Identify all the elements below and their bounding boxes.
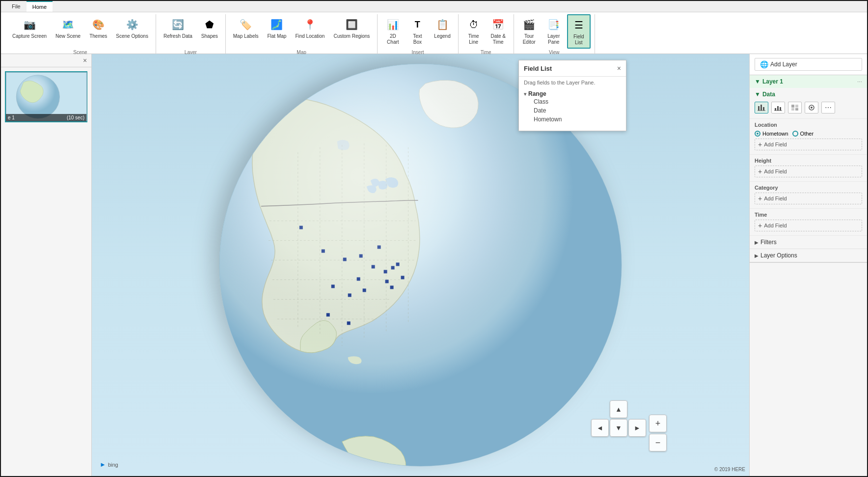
region-viz-button[interactable] xyxy=(788,102,802,113)
svg-rect-5 xyxy=(299,226,303,229)
svg-point-38 xyxy=(811,107,813,109)
region-icon xyxy=(791,104,799,111)
category-add-label: Add Field xyxy=(764,196,787,201)
nav-right-button[interactable]: ► xyxy=(628,419,646,437)
layer-options-header[interactable]: ▶ Layer Options xyxy=(750,249,867,262)
svg-rect-14 xyxy=(385,280,389,283)
2d-chart-icon: 📊 xyxy=(385,17,401,32)
themes-button[interactable]: 🎨 Themes xyxy=(86,14,110,42)
svg-rect-15 xyxy=(390,285,394,289)
add-layer-button[interactable]: 🌐 Add Layer xyxy=(755,58,862,71)
tab-home[interactable]: Home xyxy=(27,1,53,12)
date-time-label: Date &Time xyxy=(490,33,506,45)
more-icon: ⋯ xyxy=(825,104,832,112)
field-group-header[interactable]: ▾ Range xyxy=(524,90,621,97)
refresh-data-label: Refresh Data xyxy=(163,33,192,39)
svg-rect-8 xyxy=(359,254,363,258)
nav-left-button[interactable]: ◄ xyxy=(591,419,609,437)
layer-pane-button[interactable]: 📑 LayerPane xyxy=(542,14,565,48)
layer-1-header[interactable]: ▼ Layer 1 ⋯ xyxy=(750,75,867,88)
time-add-field[interactable]: + Add Field xyxy=(755,220,862,231)
shapes-button[interactable]: ⬟ Shapes xyxy=(198,14,221,42)
bing-logo: ► xyxy=(100,461,106,468)
right-panel-header: 🌐 Add Layer xyxy=(750,54,867,75)
nav-up-button[interactable]: ▲ xyxy=(610,400,627,418)
field-list-close-button[interactable]: × xyxy=(617,64,621,72)
hometown-radio-dot xyxy=(755,131,760,137)
legend-button[interactable]: 📋 Legend xyxy=(431,14,454,42)
circle-icon xyxy=(808,104,815,111)
capture-screen-button[interactable]: 📷 Capture Screen xyxy=(9,14,50,42)
tour-editor-label: TourEditor xyxy=(523,33,536,45)
scene-options-label: Scene Options xyxy=(116,33,148,39)
location-add-field[interactable]: + Add Field xyxy=(755,139,862,150)
time-line-button[interactable]: ⏱ TimeLine xyxy=(462,14,485,48)
svg-rect-33 xyxy=(791,105,794,108)
svg-rect-26 xyxy=(760,105,762,111)
other-radio[interactable]: Other xyxy=(792,131,814,137)
scene-options-button[interactable]: ⚙️ Scene Options xyxy=(112,14,152,42)
bing-label: bing xyxy=(108,462,118,468)
more-viz-button[interactable]: ⋯ xyxy=(821,102,835,113)
map-labels-button[interactable]: 🏷️ Map Labels xyxy=(230,14,262,42)
map-area[interactable]: ► bing © 2019 HERE ▲ ◄ ▼ ► + − xyxy=(92,54,749,476)
filters-header[interactable]: ▶ Filters xyxy=(750,236,867,249)
scene-buttons: 📷 Capture Screen 🗺️ New Scene 🎨 Themes ⚙… xyxy=(9,14,152,49)
field-list-button[interactable]: ☰ FieldList xyxy=(567,14,591,49)
scene-name: e 1 xyxy=(8,115,15,120)
field-list-label: FieldList xyxy=(573,34,584,46)
layer-pane-icon: 📑 xyxy=(546,17,562,32)
tab-file[interactable]: File xyxy=(6,1,27,12)
field-item-hometown[interactable]: Hometown xyxy=(524,115,621,124)
height-add-field[interactable]: + Add Field xyxy=(755,166,862,177)
field-item-class[interactable]: Class xyxy=(524,97,621,106)
new-scene-icon: 🗺️ xyxy=(60,17,76,32)
svg-rect-11 xyxy=(384,270,387,273)
field-item-date[interactable]: Date xyxy=(524,106,621,115)
field-list-icon: ☰ xyxy=(571,17,587,33)
svg-rect-25 xyxy=(758,106,760,111)
svg-rect-17 xyxy=(331,284,335,288)
scene-1-thumbnail[interactable]: e 1 (10 sec) xyxy=(5,71,87,122)
hometown-radio[interactable]: Hometown xyxy=(755,131,788,137)
zoom-out-button[interactable]: − xyxy=(649,434,667,451)
time-plus-icon: + xyxy=(758,222,762,229)
location-add-label: Add Field xyxy=(764,141,787,147)
main-content: × xyxy=(1,54,867,476)
2d-chart-button[interactable]: 📊 2DChart xyxy=(381,14,404,48)
tour-editor-button[interactable]: 🎬 TourEditor xyxy=(518,14,541,48)
nav-down-button[interactable]: ▼ xyxy=(610,419,627,437)
custom-regions-icon: 🔲 xyxy=(344,17,359,32)
column-chart-viz-button[interactable] xyxy=(771,102,785,113)
scene-panel-close[interactable]: × xyxy=(81,56,89,65)
themes-label: Themes xyxy=(89,33,107,39)
svg-rect-21 xyxy=(326,313,330,316)
scene-options-icon: ⚙️ xyxy=(124,17,140,32)
find-location-button[interactable]: 📍 Find Location xyxy=(292,14,328,42)
here-watermark: © 2019 HERE xyxy=(714,467,745,472)
zoom-in-button[interactable]: + xyxy=(649,415,667,432)
new-scene-button[interactable]: 🗺️ New Scene xyxy=(52,14,84,42)
svg-rect-12 xyxy=(391,266,395,269)
bar-chart-viz-button[interactable] xyxy=(755,102,768,113)
2d-chart-label: 2DChart xyxy=(387,33,399,45)
category-add-field[interactable]: + Add Field xyxy=(755,193,862,204)
data-section-toggle: ▼ xyxy=(755,91,760,98)
flat-map-button[interactable]: 🗾 Flat Map xyxy=(264,14,290,42)
nav-middle-row: ◄ ▼ ► xyxy=(591,419,646,437)
column-chart-icon xyxy=(774,104,782,111)
circle-viz-button[interactable] xyxy=(805,102,818,113)
text-box-label: TextBox xyxy=(413,33,422,45)
category-section: Category + Add Field xyxy=(750,182,867,209)
ribbon-group-time: ⏱ TimeLine 📅 Date &Time Time xyxy=(459,14,514,56)
text-box-button[interactable]: T TextBox xyxy=(406,14,429,48)
date-time-button[interactable]: 📅 Date &Time xyxy=(487,14,510,48)
layer-1-toggle-icon: ▼ xyxy=(755,78,760,85)
refresh-data-button[interactable]: 🔄 Refresh Data xyxy=(160,14,196,42)
custom-regions-button[interactable]: 🔲 Custom Regions xyxy=(330,14,373,42)
find-location-icon: 📍 xyxy=(302,17,318,32)
svg-rect-35 xyxy=(791,108,794,111)
filters-chevron-icon: ▶ xyxy=(755,240,759,245)
capture-screen-icon: 📷 xyxy=(22,17,37,32)
insert-buttons: 📊 2DChart T TextBox 📋 Legend xyxy=(381,14,454,49)
